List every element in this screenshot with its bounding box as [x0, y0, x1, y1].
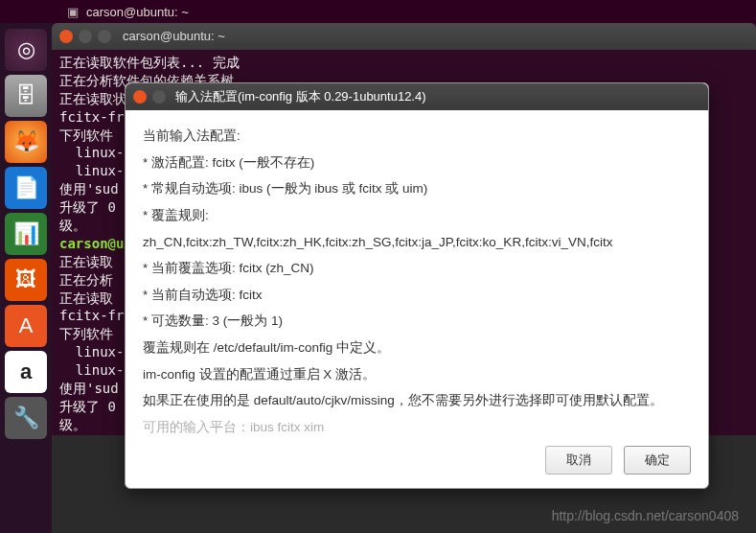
launcher-settings-icon[interactable]: 🔧	[5, 397, 47, 439]
terminal-title: carson@ubuntu: ~	[123, 28, 225, 45]
terminal-maximize-icon[interactable]	[98, 30, 111, 43]
dialog-line: * 可选数量: 3 (一般为 1)	[143, 309, 691, 334]
dialog-body: 当前输入法配置:* 激活配置: fcitx (一般不存在)* 常规自动选项: i…	[126, 110, 708, 436]
dialog-line: * 当前自动选项: fcitx	[143, 283, 691, 308]
dialog-line: * 常规自动选项: ibus (一般为 ibus 或 fcitx 或 uim)	[143, 176, 691, 201]
terminal-minimize-icon[interactable]	[79, 30, 92, 43]
dialog-close-icon[interactable]	[133, 90, 147, 104]
top-panel-title: carson@ubuntu: ~	[86, 5, 189, 19]
dialog-line: zh_CN,fcitx:zh_TW,fcitx:zh_HK,fcitx:zh_S…	[143, 230, 691, 255]
im-config-dialog: 输入法配置(im-config 版本 0.29-1ubuntu12.4) 当前输…	[125, 82, 709, 489]
launcher-firefox-icon[interactable]: 🦊	[5, 121, 47, 163]
dialog-minimize-icon[interactable]	[152, 90, 166, 104]
launcher-writer-icon[interactable]: 📄	[5, 167, 47, 209]
ok-button[interactable]: 确定	[624, 446, 691, 475]
terminal-titlebar[interactable]: carson@ubuntu: ~	[52, 23, 756, 50]
dialog-line: 可用的输入平台：ibus fcitx xim	[143, 415, 691, 436]
dialog-line: 当前输入法配置:	[143, 124, 691, 149]
dialog-titlebar[interactable]: 输入法配置(im-config 版本 0.29-1ubuntu12.4)	[126, 83, 708, 110]
launcher-calc-icon[interactable]: 📊	[5, 213, 47, 255]
terminal-close-icon[interactable]	[59, 30, 73, 43]
launcher-dash-icon[interactable]: ◎	[5, 29, 47, 71]
top-panel: ▣ carson@ubuntu: ~	[0, 0, 756, 23]
launcher-software-icon[interactable]: A	[5, 305, 47, 347]
launcher-dock: ◎ 🗄 🦊 📄 📊 🖼 A a 🔧 >_	[0, 23, 52, 533]
dialog-title: 输入法配置(im-config 版本 0.29-1ubuntu12.4)	[175, 88, 426, 105]
dialog-line: 如果正在使用的是 default/auto/cjkv/missing，您不需要另…	[143, 388, 691, 413]
dialog-line: * 当前覆盖选项: fcitx (zh_CN)	[143, 256, 691, 281]
launcher-impress-icon[interactable]: 🖼	[5, 259, 47, 301]
dialog-line: 覆盖规则在 /etc/default/im-config 中定义。	[143, 336, 691, 360]
launcher-files-icon[interactable]: 🗄	[5, 75, 47, 117]
dialog-line: * 激活配置: fcitx (一般不存在)	[143, 151, 691, 175]
dialog-button-row: 取消 确定	[126, 436, 708, 488]
watermark-text: http://blog.csdn.net/carson0408	[552, 508, 739, 523]
dialog-line: * 覆盖规则:	[143, 203, 691, 228]
dialog-line: im-config 设置的配置通过重启 X 激活。	[143, 362, 691, 387]
launcher-amazon-icon[interactable]: a	[5, 351, 47, 393]
cancel-button[interactable]: 取消	[545, 446, 612, 475]
terminal-indicator-icon: ▣	[67, 5, 79, 19]
